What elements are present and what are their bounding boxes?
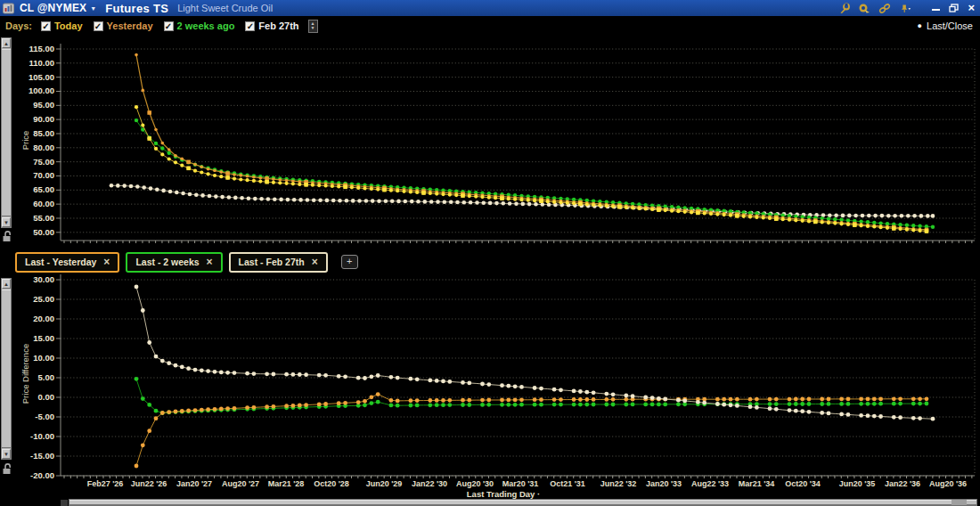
svg-text:115.00: 115.00 — [29, 44, 54, 53]
day-checkbox-yesterday[interactable]: ✓Yesterday — [94, 20, 153, 31]
spread-tag-label: Last - Yesterday — [25, 257, 96, 267]
svg-text:75.00: 75.00 — [33, 157, 54, 167]
horizontal-scrollbar[interactable] — [69, 499, 977, 506]
chevron-down-icon[interactable]: ▼ — [90, 5, 96, 12]
svg-text:90.00: 90.00 — [33, 114, 54, 124]
pin-icon[interactable] — [899, 3, 911, 14]
scroll-right-icon[interactable] — [967, 500, 976, 505]
spinner-down-icon[interactable]: ▼ — [311, 26, 315, 30]
scroll-up-icon[interactable]: ▲ — [2, 38, 11, 48]
svg-text:80.00: 80.00 — [33, 143, 54, 152]
restore-icon[interactable] — [949, 4, 959, 12]
quick-trade-icon[interactable] — [858, 3, 870, 14]
day-checkbox-group: ✓Today✓Yesterday✓2 weeks ago✓Feb 27th — [41, 20, 299, 31]
add-spread-button[interactable]: + — [341, 255, 358, 269]
spread-tag-last-feb-27th[interactable]: Last - Feb 27th× — [229, 252, 328, 273]
svg-text:Jan20 '33: Jan20 '33 — [646, 479, 682, 488]
svg-text:Aug22 '33: Aug22 '33 — [691, 479, 729, 488]
bullet-icon: ● — [918, 21, 922, 30]
scroll-up-icon[interactable]: ▲ — [2, 279, 11, 289]
svg-text:0.00: 0.00 — [38, 392, 55, 402]
svg-text:110.00: 110.00 — [29, 58, 54, 68]
svg-text:Jun22 '26: Jun22 '26 — [131, 479, 167, 488]
spread-tag-last-2-weeks[interactable]: Last - 2 weeks× — [126, 252, 222, 273]
svg-text:5.00: 5.00 — [38, 372, 55, 382]
svg-text:Oct20 '34: Oct20 '34 — [785, 479, 821, 488]
symbol-description: Light Sweet Crude Oil — [177, 3, 273, 13]
day-spinner[interactable]: ▲ ▼ — [308, 20, 318, 33]
checkbox-check-icon[interactable]: ✓ — [94, 21, 103, 31]
futures-ts-window: CL @NYMEX ▼ Futures TS Light Sweet Crude… — [0, 0, 980, 506]
day-checkbox-label: Yesterday — [107, 20, 153, 31]
svg-text:Aug20 '30: Aug20 '30 — [456, 479, 494, 488]
svg-text:-10.00: -10.00 — [30, 431, 54, 441]
scroll-down-icon[interactable]: ▼ — [2, 449, 11, 459]
link-icon[interactable] — [878, 3, 891, 14]
svg-text:105.00: 105.00 — [29, 72, 54, 82]
resize-grip[interactable] — [61, 500, 68, 506]
svg-text:Aug20 '27: Aug20 '27 — [222, 479, 259, 488]
svg-text:Jun20 '29: Jun20 '29 — [366, 479, 403, 488]
checkbox-check-icon[interactable]: ✓ — [164, 21, 174, 31]
svg-text:Jan22 '36: Jan22 '36 — [885, 479, 920, 488]
scroll-down-icon[interactable]: ▼ — [2, 217, 11, 227]
svg-text:100.00: 100.00 — [29, 86, 54, 95]
minimize-icon[interactable] — [932, 9, 940, 11]
close-icon[interactable]: × — [312, 256, 318, 268]
title-bar: CL @NYMEX ▼ Futures TS Light Sweet Crude… — [0, 0, 980, 16]
svg-text:55.00: 55.00 — [33, 213, 54, 223]
days-toolbar: Days: ✓Today✓Yesterday✓2 weeks ago✓Feb 2… — [0, 16, 980, 36]
svg-text:25.00: 25.00 — [33, 294, 54, 304]
price-difference-chart[interactable]: 30.0025.0020.0015.0010.005.000.00-5.00-1… — [0, 274, 980, 499]
wrench-icon[interactable] — [837, 3, 850, 14]
svg-text:Jan20 '27: Jan20 '27 — [176, 479, 212, 488]
svg-text:-15.00: -15.00 — [30, 451, 54, 461]
svg-text:Feb27 '26: Feb27 '26 — [87, 479, 124, 488]
top-chart-scrollbar[interactable]: ▲ ▼ — [1, 37, 12, 228]
unlock-icon[interactable] — [2, 230, 12, 242]
unlock-icon[interactable] — [2, 462, 12, 475]
checkbox-check-icon[interactable]: ✓ — [245, 21, 255, 31]
svg-text:-20.00: -20.00 — [30, 470, 54, 480]
svg-text:-5.00: -5.00 — [35, 412, 54, 421]
day-checkbox-2-weeks-ago[interactable]: ✓2 weeks ago — [164, 20, 235, 31]
svg-text:Jan22 '30: Jan22 '30 — [412, 479, 447, 488]
svg-text:15.00: 15.00 — [33, 333, 54, 343]
close-icon[interactable]: × — [207, 256, 213, 268]
svg-text:Oct20 '28: Oct20 '28 — [314, 479, 349, 488]
svg-text:85.00: 85.00 — [33, 128, 54, 138]
svg-text:Mar21 '28: Mar21 '28 — [268, 479, 305, 488]
day-checkbox-label: Feb 27th — [258, 20, 298, 31]
svg-text:95.00: 95.00 — [33, 100, 54, 110]
spread-tag-label: Last - 2 weeks — [135, 257, 199, 267]
spread-tag-last-yesterday[interactable]: Last - Yesterday× — [15, 252, 119, 273]
day-checkbox-label: 2 weeks ago — [177, 20, 235, 31]
price-axis-title: Price — [20, 105, 30, 176]
last-close-indicator[interactable]: ● Last/Close — [918, 20, 980, 31]
checkbox-check-icon[interactable]: ✓ — [41, 21, 51, 31]
close-icon[interactable]: × — [103, 256, 110, 268]
svg-text:50.00: 50.00 — [33, 227, 54, 237]
close-icon[interactable]: × — [968, 4, 975, 12]
horizontal-scroll-thumb[interactable] — [69, 500, 951, 505]
svg-text:Jun20 '35: Jun20 '35 — [839, 479, 876, 488]
bottom-chart-scrollbar[interactable]: ▲ ▼ — [1, 278, 12, 460]
svg-text:20.00: 20.00 — [33, 314, 54, 323]
symbol-selector[interactable]: CL @NYMEX — [20, 2, 86, 14]
spread-tag-label: Last - Feb 27th — [239, 257, 305, 267]
day-checkbox-today[interactable]: ✓Today — [41, 20, 83, 31]
svg-text:Mar20 '31: Mar20 '31 — [502, 479, 539, 488]
svg-text:10.00: 10.00 — [33, 353, 54, 363]
x-axis-title: Last Trading Day · — [405, 489, 601, 499]
svg-text:Jun22 '32: Jun22 '32 — [600, 479, 637, 488]
svg-text:70.00: 70.00 — [33, 170, 54, 180]
price-difference-axis-title: Price Difference — [20, 330, 30, 419]
day-checkbox-label: Today — [54, 20, 83, 31]
app-icon — [3, 3, 14, 14]
svg-text:Aug20 '36: Aug20 '36 — [929, 479, 967, 488]
spread-tag-row: Last - Yesterday×Last - 2 weeks×Last - F… — [0, 249, 980, 274]
svg-text:Oct21 '31: Oct21 '31 — [550, 479, 585, 488]
days-label: Days: — [5, 20, 32, 31]
term-structure-chart[interactable]: 115.00110.00105.00100.0095.0090.0085.008… — [0, 36, 980, 248]
day-checkbox-feb-27th[interactable]: ✓Feb 27th — [245, 20, 298, 31]
